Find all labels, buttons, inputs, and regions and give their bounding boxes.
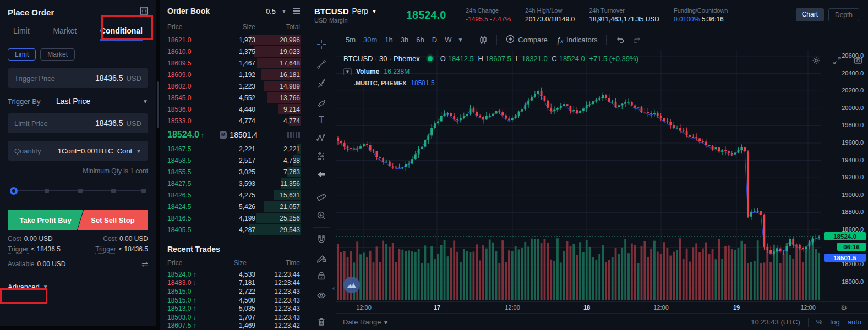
advanced-toggle[interactable]: Advanced ▼	[8, 283, 148, 291]
interval-5m[interactable]: 5m	[342, 34, 359, 46]
trigger-price-input[interactable]: Trigger Price 18436.5USD	[8, 68, 148, 88]
grouping-select[interactable]: 0.5	[266, 7, 276, 15]
slider-step[interactable]	[141, 189, 146, 193]
subtab-market[interactable]: Market	[40, 48, 75, 61]
trigger-price-value[interactable]: 18436.5	[95, 74, 123, 82]
ask-row[interactable]: 18609.01,19216,181	[160, 69, 307, 80]
percent-scale-button[interactable]: %	[816, 318, 823, 326]
chart-area[interactable]: BTCUSD · 30 · Phemex O18412.5 H18607.5 L…	[336, 50, 868, 314]
trigger-by-value[interactable]: Last Price	[56, 97, 143, 106]
magnet-tool-icon[interactable]	[315, 233, 328, 246]
trade-row[interactable]: 18515.02,72212:23:43	[160, 287, 307, 296]
quantity-value[interactable]: 1Cont=0.001BTC	[58, 147, 113, 155]
tab-conditional[interactable]: Conditional	[100, 26, 143, 41]
hide-drawings-eye-icon[interactable]	[315, 289, 328, 302]
bid-row[interactable]: 18427.53,59311,356	[160, 178, 307, 189]
ask-row[interactable]: 18621.01,97320,996	[160, 34, 307, 46]
arrow-tool-icon[interactable]	[315, 168, 328, 181]
ask-row[interactable]: 18533.04,7744,774	[160, 115, 307, 127]
chevron-down-icon[interactable]: ▼	[372, 8, 377, 14]
symbol-name[interactable]: BTCUSD	[314, 7, 349, 16]
fullscreen-icon[interactable]	[833, 56, 842, 67]
chevron-down-icon[interactable]: ▼	[143, 98, 148, 105]
zoom-in-tool-icon[interactable]	[315, 209, 328, 222]
slider-thumb[interactable]	[10, 187, 18, 195]
ask-row[interactable]: 18609.51,46717,648	[160, 57, 307, 69]
set-sell-stop-button[interactable]: Set Sell Stop	[78, 210, 148, 230]
time-axis-gear-icon[interactable]: ⚙	[840, 304, 847, 312]
tab-limit[interactable]: Limit	[13, 26, 30, 41]
compare-button[interactable]: Compare	[501, 35, 552, 45]
ask-row[interactable]: 18536.04,4409,214	[160, 103, 307, 115]
slider-step[interactable]	[78, 189, 83, 193]
auto-scale-button[interactable]: auto	[848, 318, 861, 326]
bid-row[interactable]: 18455.53,0257,763	[160, 166, 307, 178]
trigger-by-select[interactable]: Trigger By Last Price ▼	[8, 97, 148, 106]
indicators-button[interactable]: ƒxIndicators	[552, 36, 602, 45]
interval-3h[interactable]: 3h	[397, 34, 412, 46]
text-tool-icon[interactable]: T	[315, 113, 328, 127]
calculator-icon[interactable]	[140, 7, 148, 18]
undo-icon[interactable]	[611, 36, 629, 45]
chevron-down-icon[interactable]: ▼	[136, 148, 141, 154]
limit-price-value[interactable]: 18436.5	[95, 119, 123, 128]
orderbook-layout-icon[interactable]	[293, 7, 300, 15]
trade-row[interactable]: 18607.5 ↑1,46912:23:42	[160, 322, 307, 330]
candlestick-chart[interactable]	[336, 50, 821, 301]
interval-30m[interactable]: 30m	[359, 34, 381, 46]
ask-row[interactable]: 18602.01,22314,989	[160, 80, 307, 92]
bid-row[interactable]: 18405.54,28729,543	[160, 224, 307, 235]
quantity-slider[interactable]	[11, 187, 145, 195]
slider-step[interactable]	[111, 189, 116, 193]
subtab-limit[interactable]: Limit	[8, 48, 36, 61]
interval-1h[interactable]: 1h	[381, 34, 396, 46]
mark-price[interactable]: 18501.4	[230, 130, 258, 139]
bid-row[interactable]: 18426.54,27515,631	[160, 189, 307, 201]
collapse-toolbar-chevron[interactable]: ‹	[332, 284, 335, 292]
ask-row[interactable]: 18545.04,55213,766	[160, 92, 307, 103]
candle-style-icon[interactable]	[474, 36, 492, 45]
ask-row[interactable]: 18610.01,37519,023	[160, 46, 307, 57]
legend-symbol[interactable]: BTCUSD · 30 · Phemex	[343, 54, 420, 63]
xabcd-pattern-tool-icon[interactable]	[315, 131, 328, 145]
interval-dropdown-icon[interactable]: ▼	[457, 37, 463, 43]
bid-row[interactable]: 18424.55,42621,057	[160, 201, 307, 212]
chart-view-button[interactable]: Chart	[796, 8, 824, 21]
trade-row[interactable]: 18524.0 ↑4,53312:23:44	[160, 270, 307, 279]
trade-row[interactable]: 18503.0 ↓1,70712:23:43	[160, 313, 307, 322]
quantity-unit-select[interactable]: Cont	[117, 147, 132, 155]
interval-W[interactable]: W	[441, 34, 455, 46]
advanced-label[interactable]: Advanced	[8, 283, 40, 291]
tab-market[interactable]: Market	[53, 26, 77, 41]
trade-row[interactable]: 18513.0 ↑5,03512:23:43	[160, 304, 307, 313]
pitchfork-tool-icon[interactable]	[315, 78, 328, 91]
lock-all-drawings-icon[interactable]	[315, 269, 328, 282]
symbol-select[interactable]: BTCUSD Perp ▼	[314, 7, 390, 16]
chart-clock[interactable]: 10:23:43 (UTC)	[751, 318, 800, 326]
crosshair-tool-icon[interactable]	[315, 38, 328, 51]
drawing-mode-lock-icon[interactable]	[315, 251, 328, 265]
limit-price-input[interactable]: Limit Price 18436.5USD	[8, 113, 148, 133]
interval-6h[interactable]: 6h	[412, 34, 428, 46]
bid-row[interactable]: 18467.52,2212,221	[160, 143, 307, 155]
long-short-position-tool-icon[interactable]	[315, 150, 328, 163]
trend-line-tool-icon[interactable]	[315, 58, 328, 71]
slider-step[interactable]	[45, 189, 49, 193]
collapse-legend-icon[interactable]: ▼	[343, 68, 352, 75]
brush-tool-icon[interactable]	[315, 96, 328, 109]
price-scale[interactable]: 18000.018200.018400.018600.018800.019000…	[821, 50, 868, 301]
trade-row[interactable]: 18483.0 ↓7,18112:23:44	[160, 279, 307, 288]
bid-row[interactable]: 18458.52,5174,738	[160, 155, 307, 166]
quantity-input[interactable]: Quantity 1Cont=0.001BTC Cont ▼	[8, 141, 148, 161]
depth-bars-icon[interactable]	[287, 132, 300, 138]
redo-icon[interactable]	[629, 36, 646, 45]
time-axis[interactable]: ⚙ 12:001712:001812:001912:00	[336, 301, 868, 314]
screenshot-camera-icon[interactable]	[854, 56, 862, 67]
scrollbar-thumb[interactable]	[157, 81, 159, 128]
ruler-tool-icon[interactable]	[315, 189, 328, 202]
bid-row[interactable]: 18416.54,19925,256	[160, 212, 307, 224]
take-profit-buy-button[interactable]: Take Profit Buy	[8, 210, 83, 230]
chart-settings-gear-icon[interactable]	[812, 56, 821, 67]
chevron-down-icon[interactable]: ▼	[43, 284, 48, 290]
depth-view-button[interactable]: Depth	[828, 8, 859, 21]
